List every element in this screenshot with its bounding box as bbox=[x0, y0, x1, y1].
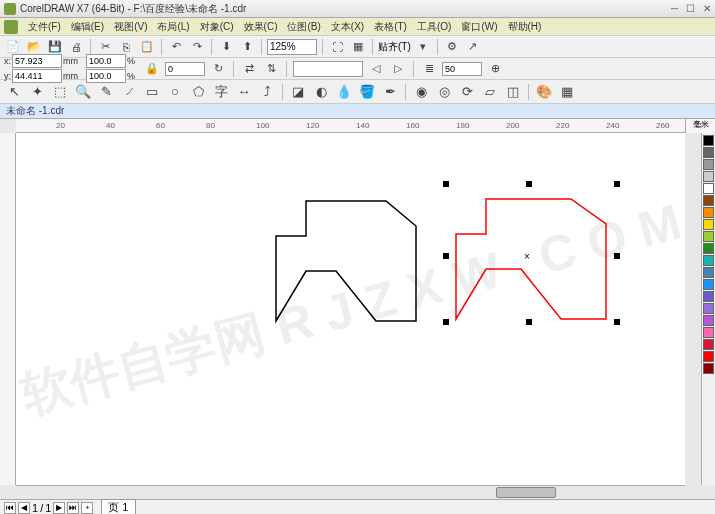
color-swatch[interactable] bbox=[703, 195, 714, 206]
menu-object[interactable]: 对象(C) bbox=[196, 19, 238, 35]
extrude-tool-icon[interactable]: ◫ bbox=[503, 82, 523, 102]
color-swatch[interactable] bbox=[703, 351, 714, 362]
color-swatch[interactable] bbox=[703, 363, 714, 374]
zoom-input[interactable] bbox=[267, 39, 317, 55]
color-swatch[interactable] bbox=[703, 291, 714, 302]
open-icon[interactable]: 📂 bbox=[25, 38, 43, 56]
flip-h-icon[interactable]: ⇄ bbox=[240, 60, 258, 78]
fill-tool-icon[interactable]: 🪣 bbox=[357, 82, 377, 102]
selection-handle[interactable] bbox=[614, 319, 620, 325]
snap-label[interactable]: 贴齐(T) bbox=[378, 40, 411, 54]
lock-ratio-icon[interactable]: 🔒 bbox=[143, 60, 161, 78]
red-shape-selected[interactable] bbox=[446, 189, 616, 329]
color-swatch[interactable] bbox=[703, 219, 714, 230]
color-swatch[interactable] bbox=[703, 303, 714, 314]
canvas[interactable]: 软件自学网 R J Z X W . C O M × bbox=[16, 133, 685, 485]
import-icon[interactable]: ⬇ bbox=[217, 38, 235, 56]
color-swatch[interactable] bbox=[703, 147, 714, 158]
scroll-thumb[interactable] bbox=[496, 487, 556, 498]
color-swatch[interactable] bbox=[703, 207, 714, 218]
options-icon[interactable]: ⚙ bbox=[443, 38, 461, 56]
menu-tools[interactable]: 工具(O) bbox=[413, 19, 455, 35]
scale-w-input[interactable] bbox=[86, 54, 126, 68]
outline-tool-icon[interactable]: ✒ bbox=[380, 82, 400, 102]
menu-effects[interactable]: 效果(C) bbox=[240, 19, 282, 35]
page-prev-button[interactable]: ◀ bbox=[18, 502, 30, 514]
line-style-select[interactable] bbox=[293, 61, 363, 77]
rotate-input[interactable] bbox=[165, 62, 205, 76]
color-swatch[interactable] bbox=[703, 255, 714, 266]
distort-tool-icon[interactable]: ⟳ bbox=[457, 82, 477, 102]
text-tool-icon[interactable]: 字 bbox=[211, 82, 231, 102]
color-swatch[interactable] bbox=[703, 315, 714, 326]
start-arrow-icon[interactable]: ◁ bbox=[367, 60, 385, 78]
palette-icon[interactable]: ▦ bbox=[557, 82, 577, 102]
undo-icon[interactable]: ↶ bbox=[167, 38, 185, 56]
dimension-tool-icon[interactable]: ↔ bbox=[234, 82, 254, 102]
rectangle-tool-icon[interactable]: ▭ bbox=[142, 82, 162, 102]
minimize-button[interactable]: ─ bbox=[671, 3, 678, 14]
menu-edit[interactable]: 编辑(E) bbox=[67, 19, 108, 35]
paste-icon[interactable]: 📋 bbox=[138, 38, 156, 56]
polygon-tool-icon[interactable]: ⬠ bbox=[188, 82, 208, 102]
redo-icon[interactable]: ↷ bbox=[188, 38, 206, 56]
zoom-tool-icon[interactable]: 🔍 bbox=[73, 82, 93, 102]
wrap-icon[interactable]: ≣ bbox=[420, 60, 438, 78]
print-icon[interactable]: 🖨 bbox=[67, 38, 85, 56]
page-add-button[interactable]: + bbox=[81, 502, 93, 514]
menu-window[interactable]: 窗口(W) bbox=[457, 19, 501, 35]
export-icon[interactable]: ⬆ bbox=[238, 38, 256, 56]
color-swatch[interactable] bbox=[703, 231, 714, 242]
page-last-button[interactable]: ⏭ bbox=[67, 502, 79, 514]
color-swatch[interactable] bbox=[703, 243, 714, 254]
arrow-val-input[interactable] bbox=[442, 62, 482, 76]
colorstyle-icon[interactable]: 🎨 bbox=[534, 82, 554, 102]
eyedropper-tool-icon[interactable]: 💧 bbox=[334, 82, 354, 102]
menu-table[interactable]: 表格(T) bbox=[370, 19, 411, 35]
rotate-icon[interactable]: ↻ bbox=[209, 60, 227, 78]
launch-icon[interactable]: ↗ bbox=[464, 38, 482, 56]
selection-handle[interactable] bbox=[443, 181, 449, 187]
color-swatch[interactable] bbox=[703, 339, 714, 350]
cut-icon[interactable]: ✂ bbox=[96, 38, 114, 56]
menu-layout[interactable]: 布局(L) bbox=[153, 19, 193, 35]
document-tab[interactable]: 未命名 -1.cdr bbox=[0, 104, 715, 119]
connector-tool-icon[interactable]: ⤴ bbox=[257, 82, 277, 102]
ellipse-tool-icon[interactable]: ○ bbox=[165, 82, 185, 102]
color-swatch[interactable] bbox=[703, 159, 714, 170]
page-tab[interactable]: 页 1 bbox=[101, 499, 135, 514]
grid-icon[interactable]: ▦ bbox=[349, 38, 367, 56]
selection-handle[interactable] bbox=[526, 181, 532, 187]
save-icon[interactable]: 💾 bbox=[46, 38, 64, 56]
color-swatch[interactable] bbox=[703, 279, 714, 290]
menu-text[interactable]: 文本(X) bbox=[327, 19, 368, 35]
selection-handle[interactable] bbox=[526, 319, 532, 325]
dropshadow-tool-icon[interactable]: ◪ bbox=[288, 82, 308, 102]
color-swatch[interactable] bbox=[703, 267, 714, 278]
blend-tool-icon[interactable]: ◉ bbox=[411, 82, 431, 102]
selection-center-icon[interactable]: × bbox=[524, 251, 530, 262]
color-swatch[interactable] bbox=[703, 171, 714, 182]
menu-help[interactable]: 帮助(H) bbox=[504, 19, 546, 35]
color-swatch[interactable] bbox=[703, 327, 714, 338]
color-swatch[interactable] bbox=[703, 183, 714, 194]
maximize-button[interactable]: ☐ bbox=[686, 3, 695, 14]
selection-handle[interactable] bbox=[443, 319, 449, 325]
fullscreen-icon[interactable]: ⛶ bbox=[328, 38, 346, 56]
shape-tool-icon[interactable]: ✦ bbox=[27, 82, 47, 102]
chevron-down-icon[interactable]: ▾ bbox=[414, 38, 432, 56]
flip-v-icon[interactable]: ⇅ bbox=[262, 60, 280, 78]
add-icon[interactable]: ⊕ bbox=[486, 60, 504, 78]
envelope-tool-icon[interactable]: ▱ bbox=[480, 82, 500, 102]
end-arrow-icon[interactable]: ▷ bbox=[389, 60, 407, 78]
crop-tool-icon[interactable]: ⬚ bbox=[50, 82, 70, 102]
selection-handle[interactable] bbox=[443, 253, 449, 259]
black-shape[interactable] bbox=[266, 191, 426, 331]
x-coord-input[interactable] bbox=[12, 54, 62, 68]
menu-view[interactable]: 视图(V) bbox=[110, 19, 151, 35]
horizontal-scrollbar[interactable] bbox=[16, 485, 685, 499]
freehand-tool-icon[interactable]: ✎ bbox=[96, 82, 116, 102]
selection-handle[interactable] bbox=[614, 181, 620, 187]
selection-handle[interactable] bbox=[614, 253, 620, 259]
pick-tool-icon[interactable]: ↖ bbox=[4, 82, 24, 102]
